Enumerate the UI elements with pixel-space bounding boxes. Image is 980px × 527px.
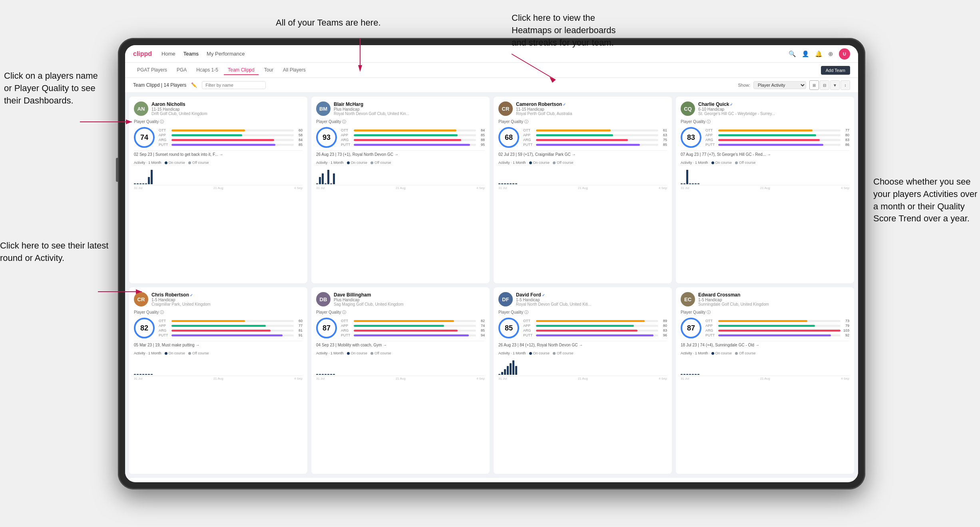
off-course-legend: Off course [735, 351, 755, 355]
player-info: David Ford✓ 1-5 Handicap Royal North Dev… [516, 292, 667, 306]
player-name[interactable]: Aaron Nicholls [151, 101, 303, 107]
activity-legend: Activity · 1 Month On course Off course [681, 351, 849, 355]
verified-badge: ✓ [730, 103, 733, 107]
person-icon[interactable]: 👤 [802, 50, 809, 58]
navbar: clippd Home Teams My Performance 🔍 👤 🔔 ⊕… [125, 45, 858, 63]
filter-button[interactable]: ▼ [830, 80, 840, 90]
quality-score[interactable]: 68 [498, 127, 519, 148]
player-club: Sunningdale Golf Club, United Kingdom [698, 302, 849, 306]
off-course-dot [735, 352, 738, 355]
latest-round[interactable]: 18 Jul 23 | 74 (+4), Sunningdale GC - Ol… [681, 341, 849, 347]
off-course-legend: Off course [553, 161, 573, 165]
more-options-button[interactable]: ↕ [841, 80, 850, 90]
quality-score[interactable]: 74 [134, 127, 155, 148]
latest-round[interactable]: 26 Aug 23 | 73 (+1), Royal North Devon G… [316, 150, 485, 157]
latest-round[interactable]: 26 Aug 23 | 84 (+12), Royal North Devon … [498, 341, 667, 347]
player-info: Dave Billingham Plus Handicap Sag Maging… [334, 292, 485, 306]
latest-round[interactable]: 02 Sep 23 | Sunset round to get back int… [134, 150, 303, 157]
player-club: Craigmillar Park, United Kingdom [151, 302, 303, 306]
quality-bars: OTT 73 APP 79 ARG 103 PUTT [705, 319, 849, 337]
player-name[interactable]: Dave Billingham [334, 292, 485, 298]
latest-round[interactable]: 04 Sep 23 | Mobility with coach, Gym → [316, 341, 485, 347]
player-card[interactable]: CQ Charlie Quick✓ 6-10 Handicap St. Geor… [676, 97, 854, 283]
tab-all-players[interactable]: All Players [279, 66, 310, 75]
player-name[interactable]: Charlie Quick✓ [698, 101, 849, 107]
quality-score[interactable]: 87 [316, 318, 337, 338]
chart-labels: 31 Jul 21 Aug 4 Sep [316, 377, 485, 380]
filter-input[interactable] [202, 81, 266, 89]
player-club: Royal North Devon Golf Club, United Kin.… [334, 111, 485, 116]
avatar[interactable]: U [839, 48, 850, 60]
chart-labels: 31 Jul 21 Aug 4 Sep [498, 186, 667, 190]
navbar-right: 🔍 👤 🔔 ⊕ U [789, 48, 850, 60]
tab-tour[interactable]: Tour [260, 66, 277, 75]
activity-select[interactable]: Player Activity Quality Score Trend [753, 81, 806, 89]
stat-row-arg: ARG 83 [705, 138, 849, 142]
nav-teams[interactable]: Teams [183, 51, 199, 57]
ipad-screen: clippd Home Teams My Performance 🔍 👤 🔔 ⊕… [125, 45, 858, 482]
quality-content: 87 OTT 82 APP 74 ARG 85 PUTT [316, 318, 485, 338]
latest-round[interactable]: 05 Mar 23 | 19, Must make putting → [134, 341, 303, 347]
player-name[interactable]: Edward Crossman [698, 292, 849, 298]
off-course-dot [735, 161, 738, 164]
tab-pgat[interactable]: PGAT Players [133, 66, 171, 75]
nav-my-performance[interactable]: My Performance [207, 51, 245, 57]
player-club: Drift Golf Club, United Kingdom [151, 111, 303, 116]
list-view-button[interactable]: ⊟ [820, 80, 829, 90]
player-card[interactable]: BM Blair McHarg Plus Handicap Royal Nort… [311, 97, 490, 283]
quality-score[interactable]: 82 [134, 318, 155, 338]
player-header: AN Aaron Nicholls 11-15 Handicap Drift G… [134, 101, 303, 116]
verified-badge: ✓ [542, 293, 545, 297]
player-handicap: 11-15 Handicap [516, 107, 667, 111]
off-course-dot [553, 161, 556, 164]
tab-pga[interactable]: PGA [173, 66, 191, 75]
player-card[interactable]: EC Edward Crossman 1-5 Handicap Sunningd… [676, 287, 854, 474]
on-course-dot [529, 352, 532, 355]
nav-home[interactable]: Home [161, 51, 175, 57]
off-course-legend: Off course [553, 351, 573, 355]
tab-hcaps[interactable]: Hcaps 1-5 [192, 66, 222, 75]
player-handicap: Plus Handicap [334, 107, 485, 111]
stat-row-arg: ARG 84 [159, 138, 303, 142]
player-handicap: 1-5 Handicap [151, 298, 303, 302]
quality-score[interactable]: 87 [681, 318, 701, 338]
tab-team-clippd[interactable]: Team Clippd [224, 66, 259, 75]
activity-legend: Activity · 1 Month On course Off course [316, 161, 485, 165]
bell-icon[interactable]: 🔔 [815, 50, 823, 58]
player-card[interactable]: DF David Ford✓ 1-5 Handicap Royal North … [494, 287, 672, 474]
quality-content: 85 OTT 89 APP 80 ARG 83 PUTT [498, 318, 667, 338]
player-name[interactable]: David Ford✓ [516, 292, 667, 298]
off-course-legend: Off course [735, 161, 755, 165]
stat-row-putt: PUTT 95 [341, 143, 485, 147]
add-team-button[interactable]: Add Team [821, 66, 850, 75]
player-name[interactable]: Cameron Robertson✓ [516, 101, 667, 107]
latest-round[interactable]: 07 Aug 23 | 77 (+7), St George's Hill GC… [681, 150, 849, 157]
chart-labels: 31 Jul 21 Aug 4 Sep [498, 377, 667, 380]
quality-score[interactable]: 85 [498, 318, 519, 338]
quality-score[interactable]: 83 [681, 127, 701, 148]
player-info: Cameron Robertson✓ 11-15 Handicap Royal … [516, 101, 667, 116]
quality-label: Player Quality ⓘ [134, 119, 303, 125]
search-icon[interactable]: 🔍 [789, 50, 796, 58]
player-card[interactable]: CR Chris Robertson✓ 1-5 Handicap Craigmi… [129, 287, 307, 474]
player-name[interactable]: Chris Robertson✓ [151, 292, 303, 298]
player-avatar: AN [134, 101, 148, 116]
player-name[interactable]: Blair McHarg [334, 101, 485, 107]
settings-icon[interactable]: ⊕ [828, 50, 833, 58]
stat-row-putt: PUTT 85 [523, 143, 667, 147]
player-card[interactable]: AN Aaron Nicholls 11-15 Handicap Drift G… [129, 97, 307, 283]
view-icons: ⊞ ⊟ ▼ ↕ [809, 80, 850, 90]
player-handicap: Plus Handicap [334, 298, 485, 302]
round-text: 07 Aug 23 | 77 (+7), St George's Hill GC… [681, 152, 849, 157]
on-course-legend: On course [165, 351, 185, 355]
quality-content: 93 OTT 84 APP 85 ARG 88 PUTT [316, 127, 485, 148]
edit-icon[interactable]: ✏️ [191, 82, 197, 88]
stat-row-ott: OTT 77 [705, 128, 849, 132]
player-card[interactable]: DB Dave Billingham Plus Handicap Sag Mag… [311, 287, 490, 474]
activity-chart [498, 356, 667, 376]
quality-score[interactable]: 93 [316, 127, 337, 148]
latest-round[interactable]: 02 Jul 23 | 59 (+17), Craigmillar Park G… [498, 150, 667, 157]
grid-view-button[interactable]: ⊞ [809, 80, 819, 90]
player-avatar: DF [498, 292, 513, 306]
player-card[interactable]: CR Cameron Robertson✓ 11-15 Handicap Roy… [494, 97, 672, 283]
